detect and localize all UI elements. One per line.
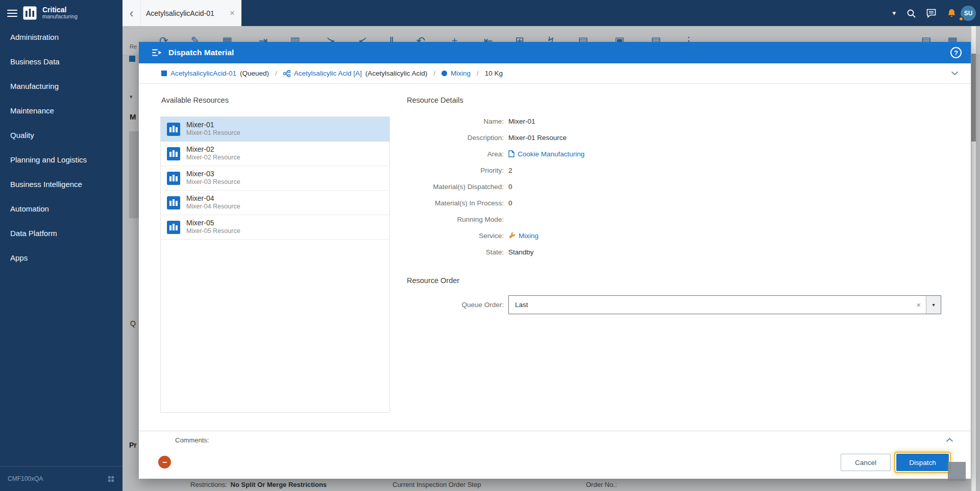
detail-row-area: Area: Cookie Manufacturing — [330, 146, 584, 162]
resource-description: Mixer-04 Resource — [186, 203, 240, 211]
breadcrumb-separator: / — [433, 69, 435, 77]
connection-status-icon — [108, 476, 114, 482]
brand-name: Critical — [42, 6, 78, 14]
menu-icon[interactable] — [7, 10, 17, 17]
step-link[interactable]: Mixing — [451, 69, 471, 77]
chevron-up-icon[interactable] — [946, 438, 953, 442]
service-link[interactable]: Mixing — [508, 232, 538, 240]
minus-icon: − — [162, 458, 167, 466]
sidebar-item-planning-and-logistics[interactable]: Planning and Logistics — [0, 147, 122, 172]
back-icon[interactable]: ‹ — [122, 1, 141, 26]
queue-order-row: Queue Order: Last × ▾ — [330, 295, 941, 314]
detail-row-materials-dispatched: Material(s) Dispatched: 0 — [330, 178, 584, 195]
field-label: Area: — [330, 150, 504, 158]
product-icon — [283, 70, 290, 77]
field-label: Material(s) In Process: — [330, 199, 504, 207]
resource-description: Mixer-02 Resource — [186, 154, 240, 162]
resource-details-title: Resource Details — [407, 96, 463, 104]
tab-acetylsalicylicacid-01[interactable]: ‹ AcetylsalicylicAcid-01 × — [122, 0, 241, 26]
product-description: (Acetylsalicylic Acid) — [365, 69, 428, 77]
sidebar-item-apps[interactable]: Apps — [0, 245, 122, 270]
queue-order-value: Last — [509, 301, 911, 309]
field-label: Description: — [330, 134, 504, 142]
resource-name: Mixer-05 — [186, 219, 240, 228]
scrollbar-thumb[interactable] — [971, 54, 976, 142]
field-value: 2 — [508, 167, 512, 174]
detail-row-priority: Priority: 2 — [330, 162, 584, 178]
detail-row-service: Service: Mixing — [330, 227, 584, 244]
area-icon — [508, 150, 514, 157]
resource-icon — [167, 221, 180, 234]
resource-name: Mixer-04 — [186, 194, 240, 203]
sidebar-header: Critical manufacturing — [0, 0, 122, 26]
chevron-down-icon: ▾ — [932, 302, 935, 308]
sidebar-item-manufacturing[interactable]: Manufacturing — [0, 74, 122, 98]
sidebar-item-automation[interactable]: Automation — [0, 196, 122, 221]
remove-comment-button[interactable]: − — [158, 456, 171, 469]
sidebar-item-business-intelligence[interactable]: Business Intelligence — [0, 172, 122, 196]
brand-wordmark: Critical manufacturing — [42, 6, 78, 19]
material-icon — [161, 71, 167, 76]
dropdown-toggle-button[interactable]: ▾ — [926, 296, 941, 314]
application-window: ⟳ ✎ ▦▾ ⇥ ▥▾ ≻ ≺ ‖ ↶▾ ±▾ ⇤ ⊞ ↯ ▤▾ ▣▾ ▤ ⋮ … — [0, 0, 980, 491]
resource-order-title: Resource Order — [407, 276, 459, 285]
dialog-header: Dispatch Material ? — [139, 42, 971, 63]
comments-section-header[interactable]: Comments: — [139, 431, 971, 449]
chat-icon[interactable] — [926, 9, 936, 18]
alerts-icon[interactable] — [947, 8, 957, 18]
sidebar-navigation: Administration Business Data Manufacturi… — [0, 25, 122, 270]
clear-icon[interactable]: × — [911, 300, 926, 309]
vertical-scrollbar[interactable] — [971, 26, 976, 491]
context-breadcrumb: AcetylsalicylicAcid-01 (Queued) / Acetyl… — [139, 63, 971, 84]
dispatch-button[interactable]: Dispatch — [896, 454, 949, 471]
wrench-icon — [508, 232, 516, 239]
material-state: (Queued) — [240, 69, 269, 77]
resource-icon — [167, 172, 180, 185]
help-button[interactable]: ? — [950, 47, 962, 58]
chevron-down-icon[interactable]: ▾ — [892, 9, 896, 17]
area-link[interactable]: Cookie Manufacturing — [508, 150, 584, 158]
field-value: 0 — [508, 199, 512, 207]
avatar-initials: SU — [964, 10, 973, 17]
sidebar-item-quality[interactable]: Quality — [0, 123, 122, 147]
status-dot-icon — [959, 16, 964, 21]
tab-title: AcetylsalicylicAcid-01 — [141, 9, 223, 17]
resource-text: Mixer-05 Mixer-05 Resource — [186, 219, 240, 236]
resource-name: Mixer-01 — [186, 121, 240, 130]
brand-subname: manufacturing — [42, 14, 78, 19]
service-link-label: Mixing — [519, 232, 538, 240]
field-label: Priority: — [330, 167, 504, 174]
sidebar-item-maintenance[interactable]: Maintenance — [0, 98, 122, 123]
chevron-down-icon[interactable] — [951, 71, 959, 76]
material-link[interactable]: AcetylsalicylicAcid-01 — [170, 69, 236, 77]
field-value: 0 — [508, 183, 512, 191]
field-value: Mixer-01 — [508, 118, 535, 125]
field-label: Name: — [330, 118, 504, 125]
user-avatar[interactable]: SU — [961, 6, 976, 21]
sidebar-footer: CMF100xQA — [0, 466, 122, 491]
sidebar-item-administration[interactable]: Administration — [0, 25, 122, 49]
field-value: Standby — [508, 248, 534, 256]
help-icon: ? — [954, 49, 958, 57]
queue-order-select[interactable]: Last × ▾ — [508, 295, 941, 314]
main-sidebar: Critical manufacturing Administration Bu… — [0, 0, 122, 491]
resource-description: Mixer-01 Resource — [186, 129, 240, 137]
sidebar-item-data-platform[interactable]: Data Platform — [0, 221, 122, 245]
sidebar-item-business-data[interactable]: Business Data — [0, 49, 122, 74]
resource-icon — [167, 147, 180, 160]
top-bar: ‹ AcetylsalicylicAcid-01 × ▾ SU — [122, 0, 980, 26]
resource-icon — [167, 196, 180, 209]
resource-text: Mixer-02 Mixer-02 Resource — [186, 145, 240, 162]
resource-text: Mixer-03 Mixer-03 Resource — [186, 170, 240, 186]
breadcrumb-separator: / — [477, 69, 479, 77]
field-label: Service: — [330, 232, 504, 240]
search-icon[interactable] — [906, 9, 916, 18]
dispatch-material-dialog: Dispatch Material ? AcetylsalicylicAcid-… — [139, 42, 971, 479]
step-icon — [442, 71, 447, 76]
product-link[interactable]: Acetylsalicylic Acid [A] — [294, 69, 362, 77]
cancel-button[interactable]: Cancel — [841, 454, 891, 471]
dialog-title: Dispatch Material — [168, 48, 944, 57]
resource-details-fields: Name: Mixer-01 Description: Mixer-01 Res… — [330, 113, 584, 260]
field-label: Material(s) Dispatched: — [330, 183, 504, 191]
close-icon[interactable]: × — [223, 8, 241, 18]
